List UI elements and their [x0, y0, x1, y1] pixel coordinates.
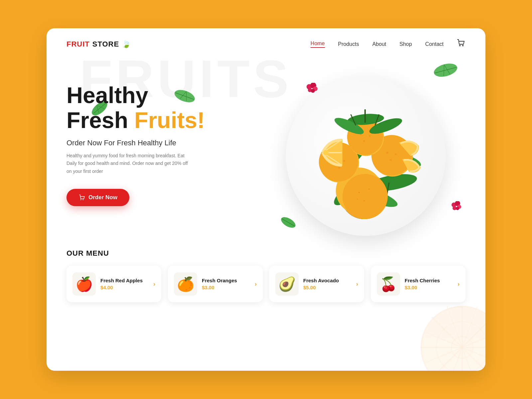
logo-leaf-icon: 🍃 — [122, 40, 131, 49]
apple-price: $4.00 — [100, 285, 149, 290]
hero-title-fruits: Fruits! — [134, 107, 205, 133]
main-card: FRUITS FRUIT STORE 🍃 Home Products About… — [47, 28, 485, 371]
hero-subtitle: Order Now For Fresh Healthy Life — [66, 139, 266, 147]
svg-point-72 — [369, 135, 371, 137]
hero-title-line1: Healthy — [66, 82, 148, 108]
order-now-button[interactable]: Order Now — [66, 189, 129, 206]
svg-point-73 — [363, 140, 365, 142]
apple-arrow[interactable]: › — [153, 281, 155, 288]
hero-title-fresh: Fresh — [66, 107, 128, 133]
hero-section: Healthy Fresh Fruits! Order Now For Fres… — [47, 50, 485, 242]
menu-section: OUR MENU 🍎 Fresh Red Apples $4.00 › 🍊 Fr… — [47, 242, 485, 316]
svg-point-61 — [338, 167, 340, 169]
svg-point-22 — [80, 200, 81, 200]
cherry-price: $3.00 — [405, 285, 453, 290]
orange-icon: 🍊 — [174, 272, 197, 296]
apple-info: Fresh Red Apples $4.00 — [100, 278, 149, 290]
svg-point-53 — [358, 192, 360, 193]
menu-grid: 🍎 Fresh Red Apples $4.00 › 🍊 Fresh Orang… — [66, 266, 466, 302]
nav-home[interactable]: Home — [311, 41, 325, 48]
hero-title: Healthy Fresh Fruits! — [66, 83, 266, 133]
svg-point-23 — [83, 200, 83, 200]
svg-point-66 — [390, 159, 392, 161]
avocado-info: Fresh Avocado $5.00 — [303, 278, 351, 290]
orange-arrow[interactable]: › — [255, 281, 257, 288]
hero-right — [266, 69, 466, 242]
fruit-plate — [286, 76, 446, 236]
logo-fruit-text: FRUIT — [66, 40, 90, 49]
menu-card-cherries[interactable]: 🍒 Fresh Cherries $3.00 › — [371, 266, 466, 302]
menu-section-title: OUR MENU — [66, 249, 466, 258]
navigation: Home Products About Shop Contact — [311, 39, 466, 50]
svg-point-39 — [456, 207, 459, 210]
svg-point-64 — [386, 152, 389, 154]
svg-point-13 — [463, 45, 464, 46]
svg-point-54 — [368, 189, 370, 190]
svg-point-56 — [357, 199, 358, 200]
bag-icon — [78, 194, 85, 201]
svg-point-52 — [342, 174, 388, 219]
cart-icon[interactable] — [457, 39, 466, 50]
nav-about[interactable]: About — [372, 41, 386, 47]
svg-point-68 — [323, 150, 329, 155]
orange-price: $3.00 — [202, 285, 250, 290]
cherry-info: Fresh Cherries $3.00 — [405, 278, 453, 290]
apple-icon: 🍎 — [72, 272, 96, 296]
cherry-name: Fresh Cherries — [405, 278, 453, 283]
nav-products[interactable]: Products — [338, 41, 359, 47]
svg-point-55 — [363, 200, 365, 201]
avocado-price: $5.00 — [303, 285, 351, 290]
hero-description: Healthy and yummy food for fresh morning… — [66, 152, 193, 176]
raspberry-2 — [451, 201, 462, 212]
nav-contact[interactable]: Contact — [425, 41, 444, 47]
apple-name: Fresh Red Apples — [100, 278, 149, 283]
menu-card-avocado[interactable]: 🥑 Fresh Avocado $5.00 › — [269, 266, 364, 302]
svg-point-60 — [343, 160, 345, 162]
cherry-icon: 🍒 — [377, 272, 400, 296]
avocado-name: Fresh Avocado — [303, 278, 351, 283]
fruit-plate-container — [279, 69, 452, 242]
logo-store-text: STORE — [92, 40, 119, 49]
svg-point-12 — [460, 45, 461, 46]
orange-name: Fresh Oranges — [202, 278, 250, 283]
logo[interactable]: FRUIT STORE 🍃 — [66, 40, 131, 49]
order-now-label: Order Now — [88, 194, 117, 201]
menu-card-apples[interactable]: 🍎 Fresh Red Apples $4.00 › — [66, 266, 161, 302]
menu-card-oranges[interactable]: 🍊 Fresh Oranges $3.00 › — [168, 266, 263, 302]
hero-left: Healthy Fresh Fruits! Order Now For Fres… — [66, 69, 266, 206]
avocado-arrow[interactable]: › — [356, 281, 358, 288]
svg-point-65 — [395, 153, 397, 155]
avocado-icon: 🥑 — [275, 272, 299, 296]
orange-info: Fresh Oranges $3.00 — [202, 278, 250, 290]
plate-fruit-svg — [293, 83, 439, 229]
nav-shop[interactable]: Shop — [399, 41, 412, 47]
cherry-arrow[interactable]: › — [458, 281, 460, 288]
header: FRUIT STORE 🍃 Home Products About Shop C… — [47, 28, 485, 50]
